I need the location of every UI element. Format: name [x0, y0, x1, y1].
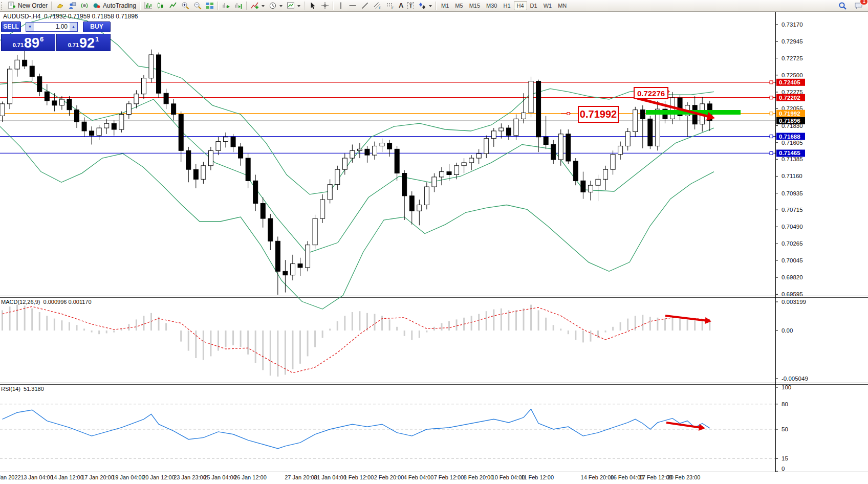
price-tick: 0.71605 — [782, 140, 803, 146]
broadcast-button[interactable] — [78, 1, 91, 11]
crosshair-button[interactable] — [319, 1, 331, 11]
periods-button[interactable] — [267, 1, 285, 11]
tile-windows-button[interactable] — [204, 1, 216, 11]
cursor-icon — [309, 2, 317, 10]
buy-price-box[interactable]: 0.71 92 1 — [56, 34, 111, 51]
price-label-0.72276[interactable]: 0.72276 — [634, 87, 668, 99]
candle-body — [8, 69, 12, 104]
line-chart-button[interactable] — [167, 1, 179, 11]
crosshair-icon — [321, 2, 329, 10]
timeframe-m30[interactable]: M30 — [483, 1, 500, 10]
candle-body — [558, 134, 563, 160]
candle-body — [603, 169, 608, 179]
timeframe-h4[interactable]: H4 — [514, 1, 527, 10]
templates-dropdown-caret[interactable] — [297, 5, 300, 9]
buy-button[interactable]: BUY — [83, 21, 111, 32]
auto-scroll-button[interactable] — [220, 1, 232, 11]
chart-canvas[interactable]: 0.731700.729450.727250.725000.722750.720… — [0, 0, 868, 484]
time-axis-label: 13 Jan 04:00 — [20, 474, 53, 480]
fibonacci-button[interactable]: F — [384, 1, 397, 11]
candle-body — [104, 123, 109, 128]
horizontal-line-icon — [349, 2, 357, 10]
time-axis-label: Jan 2022 — [0, 474, 21, 480]
candle-body — [551, 145, 556, 160]
volume-increase-button[interactable]: ▲ — [70, 23, 77, 31]
candle-body — [112, 123, 116, 129]
volume-input[interactable]: 1.00 — [34, 23, 70, 30]
templates-button[interactable] — [285, 1, 302, 11]
zoom-in-button[interactable] — [179, 1, 191, 11]
new-order-button[interactable]: New Order — [6, 1, 50, 11]
periods-dropdown-caret[interactable] — [279, 5, 283, 9]
timeframe-m5[interactable]: M5 — [452, 1, 466, 10]
candle-body — [476, 153, 481, 158]
macd-scale-tick: 0.00 — [782, 327, 793, 334]
time-axis-label: 7 Feb 12:00 — [434, 474, 464, 480]
candle-body — [59, 99, 64, 105]
gold-ingot-icon — [56, 2, 64, 10]
timeframe-h1[interactable]: H1 — [500, 1, 513, 10]
candle-body — [290, 264, 295, 275]
text-label-button[interactable]: T — [405, 1, 416, 11]
candle-body — [491, 131, 496, 139]
separator — [246, 2, 247, 10]
timeframe-d1[interactable]: D1 — [527, 1, 540, 10]
chat-button[interactable]: 1 — [852, 1, 865, 11]
gold-ingot-button[interactable] — [54, 1, 66, 11]
sell-button[interactable]: SELL — [1, 21, 21, 32]
volume-stepper: ▼ 1.00 ▲ — [26, 22, 78, 32]
rsi-label: RSI(14) 51.3180 — [1, 386, 44, 392]
chart-shift-icon — [234, 2, 243, 10]
symbol-name: AUDUSD-,H4 — [3, 13, 40, 20]
candle-body — [417, 205, 422, 211]
vertical-line-button[interactable] — [335, 1, 346, 11]
volume-decrease-button[interactable]: ▼ — [26, 23, 34, 31]
time-axis-label: 19 Jan 04:00 — [112, 474, 145, 480]
candle-body — [544, 137, 548, 145]
chart-shift-button[interactable] — [232, 1, 245, 11]
candle-body — [298, 264, 302, 268]
broadcast-icon — [80, 2, 89, 10]
arrow-objects-button[interactable] — [416, 1, 434, 11]
price-tick: 0.72945 — [782, 38, 803, 45]
price-label-0.71992[interactable]: 0.71992 — [578, 106, 619, 123]
text-button[interactable]: A — [397, 1, 405, 11]
candle-body — [536, 81, 541, 137]
equidistant-channel-button[interactable]: E — [371, 1, 384, 11]
timeframe-m15[interactable]: M15 — [466, 1, 483, 10]
arrows-dropdown-caret[interactable] — [429, 5, 432, 9]
candle-body — [164, 93, 168, 104]
timeframe-m1[interactable]: M1 — [438, 1, 452, 10]
timeframe-mn[interactable]: MN — [555, 1, 570, 10]
candle-body — [268, 218, 273, 241]
candlestick-chart-button[interactable] — [155, 1, 167, 11]
candle-body — [275, 241, 280, 271]
candle-body — [484, 139, 489, 153]
svg-text:0.71688: 0.71688 — [779, 134, 800, 140]
horizontal-line-button[interactable] — [346, 1, 359, 11]
zoom-out-button[interactable] — [191, 1, 204, 11]
separator — [140, 2, 141, 10]
indicators-dropdown-caret[interactable] — [262, 5, 265, 9]
svg-text:F: F — [392, 6, 394, 10]
rsi-scale-tick: 50 — [782, 426, 788, 432]
candle-body — [231, 137, 235, 147]
candle-body — [365, 149, 370, 155]
svg-text:0.71896: 0.71896 — [779, 118, 800, 124]
search-button[interactable] — [836, 1, 849, 11]
candle-body — [409, 196, 414, 211]
timeframe-w1[interactable]: W1 — [540, 1, 555, 10]
bar-chart-button[interactable] — [142, 1, 155, 11]
sell-price-box[interactable]: 0.71 89 6 — [1, 34, 55, 51]
toolbar-grip[interactable] — [1, 2, 4, 10]
candle-body — [596, 179, 600, 185]
candle-body — [261, 204, 265, 218]
candle-body — [224, 137, 228, 142]
autotrading-button[interactable]: AutoTrading — [91, 1, 138, 11]
cursor-button[interactable] — [307, 1, 319, 11]
trendline-button[interactable] — [359, 1, 371, 11]
fibonacci-icon: F — [386, 2, 395, 10]
indicators-button[interactable] — [249, 1, 267, 11]
time-axis-label: 20 Feb 23:00 — [667, 474, 701, 480]
trader-terminal-button[interactable] — [66, 1, 78, 11]
